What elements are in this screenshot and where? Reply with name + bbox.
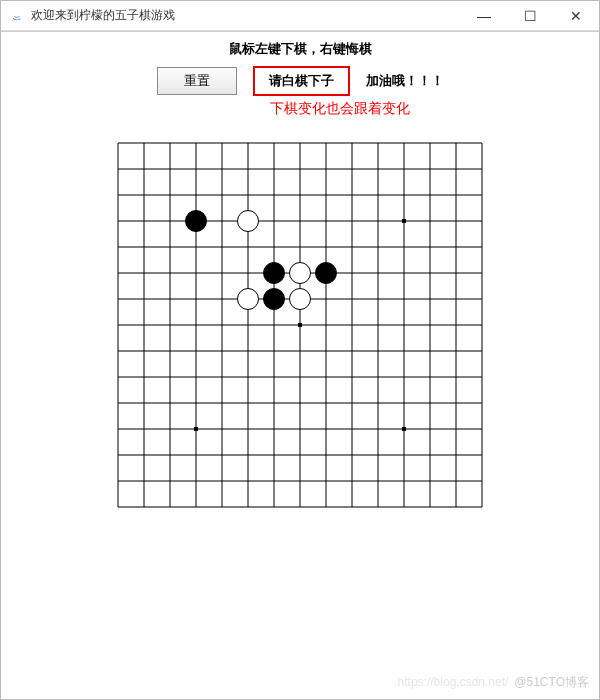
white-stone bbox=[289, 288, 311, 310]
annotation-text: 下棋变化也会跟着变化 bbox=[11, 100, 589, 118]
board-container bbox=[11, 130, 589, 520]
content-pane: 鼠标左键下棋，右键悔棋 重置 请白棋下子 加油哦！！！ 下棋变化也会跟着变化 h… bbox=[1, 31, 599, 699]
white-stone bbox=[237, 210, 259, 232]
black-stone bbox=[263, 288, 285, 310]
black-stone bbox=[315, 262, 337, 284]
window-title: 欢迎来到柠檬的五子棋游戏 bbox=[31, 7, 175, 24]
app-window: 欢迎来到柠檬的五子棋游戏 — ☐ ✕ 鼠标左键下棋，右键悔棋 重置 请白棋下子 … bbox=[0, 0, 600, 700]
minimize-button[interactable]: — bbox=[461, 1, 507, 30]
reset-button[interactable]: 重置 bbox=[157, 67, 237, 95]
white-stone bbox=[237, 288, 259, 310]
maximize-button[interactable]: ☐ bbox=[507, 1, 553, 30]
instruction-text: 鼠标左键下棋，右键悔棋 bbox=[11, 40, 589, 58]
svg-rect-33 bbox=[194, 427, 198, 431]
black-stone bbox=[185, 210, 207, 232]
close-button[interactable]: ✕ bbox=[553, 1, 599, 30]
toolbar: 重置 请白棋下子 加油哦！！！ bbox=[11, 66, 589, 96]
watermark-handle: @51CTO博客 bbox=[514, 675, 589, 689]
watermark: https://blog.csdn.net/@51CTO博客 bbox=[398, 674, 589, 691]
white-stone bbox=[289, 262, 311, 284]
window-controls: — ☐ ✕ bbox=[461, 1, 599, 30]
black-stone bbox=[263, 262, 285, 284]
titlebar: 欢迎来到柠檬的五子棋游戏 — ☐ ✕ bbox=[1, 1, 599, 31]
svg-rect-34 bbox=[402, 427, 406, 431]
svg-rect-32 bbox=[298, 323, 302, 327]
cheer-text: 加油哦！！！ bbox=[366, 72, 444, 90]
svg-rect-31 bbox=[402, 219, 406, 223]
gomoku-board[interactable] bbox=[105, 130, 495, 520]
watermark-url: https://blog.csdn.net/ bbox=[398, 675, 509, 689]
turn-status: 请白棋下子 bbox=[253, 66, 350, 96]
java-icon bbox=[9, 8, 25, 24]
